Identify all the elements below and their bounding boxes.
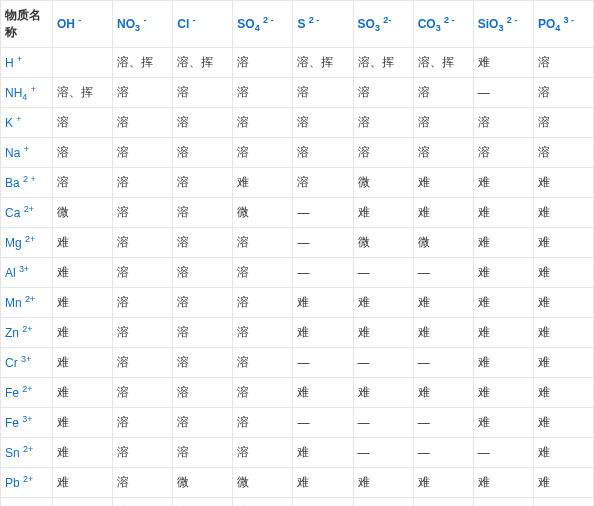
table-row: Ba 2 +溶溶溶难溶微难难难 (1, 168, 594, 198)
cell-value: 溶 (173, 228, 233, 258)
cell-value: 溶 (293, 168, 353, 198)
cell-value: — (413, 438, 473, 468)
cell-value: 难 (293, 378, 353, 408)
cell-value: 难 (473, 468, 533, 498)
cell-value: 难 (533, 348, 593, 378)
cell-value: 溶 (233, 138, 293, 168)
cell-value: — (293, 228, 353, 258)
table-row: H +溶、挥溶、挥溶溶、挥溶、挥溶、挥难溶 (1, 48, 594, 78)
cell-value: 难 (293, 318, 353, 348)
cell-value: 溶 (533, 108, 593, 138)
cell-value: 溶 (113, 228, 173, 258)
cell-value: 溶 (113, 288, 173, 318)
cell-value: 难 (413, 378, 473, 408)
cell-value: 难 (473, 498, 533, 507)
cell-value: 溶 (173, 258, 233, 288)
row-ion: Cr 3+ (1, 348, 53, 378)
cell-value: 难 (473, 408, 533, 438)
cell-value: 溶、挥 (173, 48, 233, 78)
cell-value: — (293, 348, 353, 378)
cell-value: 难 (53, 318, 113, 348)
cell-value: 溶 (473, 138, 533, 168)
cell-value: 溶 (293, 108, 353, 138)
cell-value: 难 (293, 288, 353, 318)
table-row: Al 3+难溶溶溶———难难 (1, 258, 594, 288)
cell-value: 溶 (113, 168, 173, 198)
cell-value: 难 (533, 168, 593, 198)
column-header: S 2 - (293, 1, 353, 48)
column-header: PO4 3 - (533, 1, 593, 48)
cell-value: — (353, 348, 413, 378)
cell-value: 溶 (173, 168, 233, 198)
solubility-table: 物质名称OH -NO3 -Cl -SO4 2 -S 2 -SO3 2-CO3 2… (0, 0, 594, 506)
cell-value: 难 (473, 198, 533, 228)
cell-value: 溶 (533, 48, 593, 78)
cell-value: 溶 (353, 78, 413, 108)
table-row: NH4 +溶、挥溶溶溶溶溶溶—溶 (1, 78, 594, 108)
cell-value: 难 (473, 318, 533, 348)
cell-value: 难 (353, 198, 413, 228)
cell-value: — (293, 258, 353, 288)
cell-value: 溶 (233, 258, 293, 288)
column-header: SiO3 2 - (473, 1, 533, 48)
cell-value: 难 (533, 408, 593, 438)
cell-value: 溶 (113, 498, 173, 507)
cell-value: 溶 (233, 288, 293, 318)
cell-value: 溶 (233, 498, 293, 507)
table-row: Na +溶溶溶溶溶溶溶溶溶 (1, 138, 594, 168)
cell-value: 溶 (113, 108, 173, 138)
column-header: SO4 2 - (233, 1, 293, 48)
cell-value: 溶 (173, 198, 233, 228)
cell-value: 难 (53, 228, 113, 258)
cell-value: 难 (293, 498, 353, 507)
cell-value: 溶、挥 (353, 48, 413, 78)
cell-value: 溶 (53, 168, 113, 198)
row-ion: Fe 3+ (1, 408, 53, 438)
cell-value: 难 (533, 258, 593, 288)
cell-value: 溶 (233, 108, 293, 138)
cell-value: 溶、挥 (53, 78, 113, 108)
cell-value: — (353, 258, 413, 288)
cell-value: 难 (533, 438, 593, 468)
cell-value: 难 (353, 498, 413, 507)
cell-value: 溶 (533, 138, 593, 168)
cell-value: 溶 (113, 408, 173, 438)
cell-value: 微 (413, 228, 473, 258)
cell-value: 溶 (173, 438, 233, 468)
cell-value: 难 (473, 168, 533, 198)
cell-value: 溶 (233, 378, 293, 408)
cell-value: — (353, 438, 413, 468)
cell-value: 溶 (173, 348, 233, 378)
table-row: Mn 2+难溶溶溶难难难难难 (1, 288, 594, 318)
table-row: K +溶溶溶溶溶溶溶溶溶 (1, 108, 594, 138)
row-ion: Ba 2 + (1, 168, 53, 198)
cell-value: 微 (233, 198, 293, 228)
cell-value: 难 (293, 438, 353, 468)
cell-value: 难 (53, 258, 113, 288)
table-row: Mg 2+难溶溶溶—微微难难 (1, 228, 594, 258)
cell-value: 溶 (233, 318, 293, 348)
table-row: Sn 2+难溶溶溶难———难 (1, 438, 594, 468)
cell-value: 溶、挥 (413, 48, 473, 78)
column-header: CO3 2 - (413, 1, 473, 48)
cell-value: 难 (533, 498, 593, 507)
cell-value: 溶、挥 (113, 48, 173, 78)
row-ion: K + (1, 108, 53, 138)
cell-value: 溶 (293, 78, 353, 108)
cell-value: 难 (53, 438, 113, 468)
cell-value: 难 (293, 468, 353, 498)
cell-value: 溶 (53, 108, 113, 138)
cell-value: — (293, 408, 353, 438)
cell-value: 难 (473, 228, 533, 258)
cell-value: 难 (413, 168, 473, 198)
cell-value: 难 (233, 168, 293, 198)
cell-value: 难 (413, 288, 473, 318)
row-ion: NH4 + (1, 78, 53, 108)
cell-value: 微 (173, 468, 233, 498)
cell-value: 溶 (353, 108, 413, 138)
cell-value: 溶 (113, 378, 173, 408)
cell-value: 溶 (173, 408, 233, 438)
row-ion: Cu 2+ (1, 498, 53, 507)
table-row: Fe 3+难溶溶溶———难难 (1, 408, 594, 438)
row-ion: Sn 2+ (1, 438, 53, 468)
